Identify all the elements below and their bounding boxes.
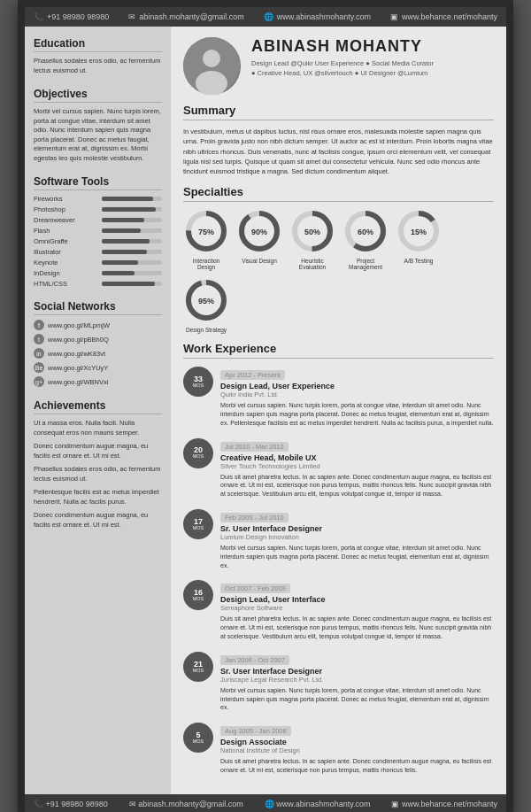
badge-unit: MOS bbox=[193, 597, 204, 602]
sidebar-software-tools: Software Tools Fireworks Photoshop Dream… bbox=[34, 175, 162, 288]
skill-bar-fill bbox=[102, 282, 155, 286]
skill-bar-bg bbox=[102, 271, 162, 275]
work-date: Jul 2010 - Mar 2012 bbox=[220, 442, 289, 452]
skill-item: InDesign bbox=[34, 269, 162, 277]
social-url: www.goo.gl/pBBh0Q bbox=[48, 336, 109, 344]
main-content: Education Phasellus sodales eros odio, a… bbox=[25, 27, 506, 794]
work-item: 17 MOS Feb 2009 - Jul 2010 Sr. User Inte… bbox=[183, 507, 494, 569]
work-company: National Institute of Design bbox=[220, 746, 494, 754]
achievements-list: Ut a massa eros. Nulla facili. Nulla con… bbox=[34, 419, 162, 530]
skill-name: Illustrator bbox=[34, 248, 97, 256]
specialty-label: Project Management bbox=[342, 258, 389, 270]
skill-item: Fireworks bbox=[34, 195, 162, 203]
work-badge: 17 MOS bbox=[183, 509, 213, 539]
svg-text:60%: 60% bbox=[358, 228, 373, 236]
work-content: Jan 2006 - Oct 2007 Sr. User Interface D… bbox=[220, 650, 494, 712]
work-badge: 20 MOS bbox=[183, 438, 213, 468]
software-tools-title: Software Tools bbox=[34, 175, 162, 190]
specialty-item: 15% A/B Testing bbox=[396, 208, 442, 270]
work-description: Morbi vel cursus sapien. Nunc turpis lor… bbox=[220, 544, 494, 569]
social-icon: in bbox=[34, 348, 44, 359]
work-item: 21 MOS Jan 2006 - Oct 2007 Sr. User Inte… bbox=[183, 650, 494, 712]
specialty-item: 95% Design Strategy bbox=[183, 277, 229, 333]
work-title: Sr. User Interface Designer bbox=[220, 667, 494, 676]
social-icon: g+ bbox=[34, 376, 44, 387]
specialty-item: 60% Project Management bbox=[342, 208, 389, 270]
footer-behance-icon: ▣ bbox=[391, 800, 399, 808]
sidebar: Education Phasellus sodales eros odio, a… bbox=[25, 27, 171, 794]
skill-name: InDesign bbox=[34, 269, 97, 277]
social-icon: f bbox=[34, 320, 44, 330]
social-title: Social Networks bbox=[34, 300, 162, 315]
svg-text:50%: 50% bbox=[304, 228, 320, 236]
social-list: f www.goo.gl/MLpmjW t www.goo.gl/pBBh0Q … bbox=[34, 320, 162, 387]
work-experience-title: Work Experience bbox=[183, 342, 494, 359]
specialty-label: Visual Design bbox=[242, 258, 277, 264]
work-date: Apr 2012 - Present bbox=[220, 370, 285, 380]
work-company: Juriscape Legal Research Pvt. Ltd. bbox=[220, 676, 494, 684]
skills-list: Fireworks Photoshop Dreamweaver Flash Om… bbox=[34, 195, 162, 288]
social-item: g+ www.goo.gl/WBNVxi bbox=[34, 376, 162, 387]
work-description: Duis sit amet pharetra lectus. In ac sap… bbox=[220, 615, 494, 640]
profile-header: ABINASH MOHANTY Design Lead @Quikr User … bbox=[183, 37, 494, 95]
main-right: ABINASH MOHANTY Design Lead @Quikr User … bbox=[171, 27, 506, 794]
specialty-label: A/B Testing bbox=[404, 258, 434, 264]
skill-item: Flash bbox=[34, 227, 162, 235]
social-url: www.goo.gl/wK83vt bbox=[48, 350, 105, 358]
education-title: Education bbox=[34, 37, 162, 52]
skill-bar-bg bbox=[102, 282, 162, 286]
work-badge: 16 MOS bbox=[183, 580, 213, 610]
svg-point-1 bbox=[203, 50, 220, 67]
footer-web-icon: 🌐 bbox=[265, 800, 274, 808]
svg-text:95%: 95% bbox=[198, 297, 214, 305]
work-item: 16 MOS Oct 2007 - Feb 2009 Design Lead, … bbox=[183, 578, 494, 640]
work-description: Duis sit amet pharetra lectus. In ac sap… bbox=[220, 473, 494, 499]
social-item: t www.goo.gl/pBBh0Q bbox=[34, 334, 162, 344]
specialty-label: Heuristic Evaluation bbox=[289, 258, 335, 270]
skill-bar-fill bbox=[102, 207, 156, 212]
objectives-text: Morbi vel cursus sapien. Nunc turpis lor… bbox=[34, 107, 162, 163]
achievements-title: Achievements bbox=[34, 399, 162, 414]
header-bar: 📞 +91 98980 98980 ✉ abinash.mohanty@gmai… bbox=[25, 7, 506, 27]
footer-bar: 📞 +91 98980 98980 ✉ abinash.mohanty@gmai… bbox=[25, 794, 506, 812]
work-content: Aug 2005 - Jan 2006 Design Associate Nat… bbox=[220, 721, 494, 775]
work-title: Design Lead, User Interface bbox=[220, 595, 494, 604]
work-date: Oct 2007 - Feb 2009 bbox=[220, 584, 290, 593]
skill-name: Keynote bbox=[34, 259, 97, 267]
work-date: Jan 2006 - Oct 2007 bbox=[220, 655, 289, 665]
summary-text: In vestibulum, metus ut dapibus luctus, … bbox=[183, 127, 494, 176]
sidebar-education: Education Phasellus sodales eros odio, a… bbox=[34, 37, 162, 75]
specialty-label: Design Strategy bbox=[186, 327, 227, 333]
work-date: Feb 2009 - Jul 2010 bbox=[220, 513, 289, 522]
work-badge: 5 MOS bbox=[183, 723, 213, 753]
work-company: Quikr India Pvt. Ltd. bbox=[220, 391, 494, 398]
achievement-item: Phasellus sodales eros odio, ac fermentu… bbox=[34, 465, 162, 483]
work-list: 33 MOS Apr 2012 - Present Design Lead, U… bbox=[183, 365, 494, 775]
work-title: Design Associate bbox=[220, 738, 494, 746]
social-item: Be www.goo.gl/XcYUyY bbox=[34, 362, 162, 373]
skill-item: Dreamweaver bbox=[34, 216, 162, 224]
social-item: in www.goo.gl/wK83vt bbox=[34, 348, 162, 359]
objectives-title: Objectives bbox=[34, 88, 162, 103]
profile-info: ABINASH MOHANTY Design Lead @Quikr User … bbox=[251, 37, 434, 79]
skill-bar-fill bbox=[102, 271, 135, 275]
specialties-title: Specialties bbox=[183, 185, 494, 202]
skill-item: Illustrator bbox=[34, 248, 162, 256]
skill-name: Flash bbox=[34, 227, 97, 235]
phone-icon: 📞 bbox=[34, 12, 43, 21]
badge-unit: MOS bbox=[193, 454, 204, 460]
specialties-list: 75% Interaction Design 90% Visual Design… bbox=[183, 208, 494, 333]
work-company: Lumium Design Innovation bbox=[220, 533, 494, 541]
footer-email-icon: ✉ bbox=[129, 800, 136, 808]
badge-unit: MOS bbox=[193, 669, 204, 674]
specialty-item: 90% Visual Design bbox=[236, 208, 282, 270]
skill-bar-fill bbox=[102, 197, 153, 201]
achievement-item: Donec condimentum augue magna, eu facili… bbox=[34, 442, 162, 460]
skill-item: OmniGraffe bbox=[34, 237, 162, 245]
profile-name: ABINASH MOHANTY bbox=[251, 37, 434, 56]
social-url: www.goo.gl/WBNVxi bbox=[48, 378, 108, 386]
work-content: Apr 2012 - Present Design Lead, User Exp… bbox=[220, 365, 494, 427]
skill-bar-fill bbox=[102, 218, 144, 222]
work-date: Aug 2005 - Jan 2006 bbox=[220, 726, 291, 736]
email-icon: ✉ bbox=[128, 12, 135, 21]
